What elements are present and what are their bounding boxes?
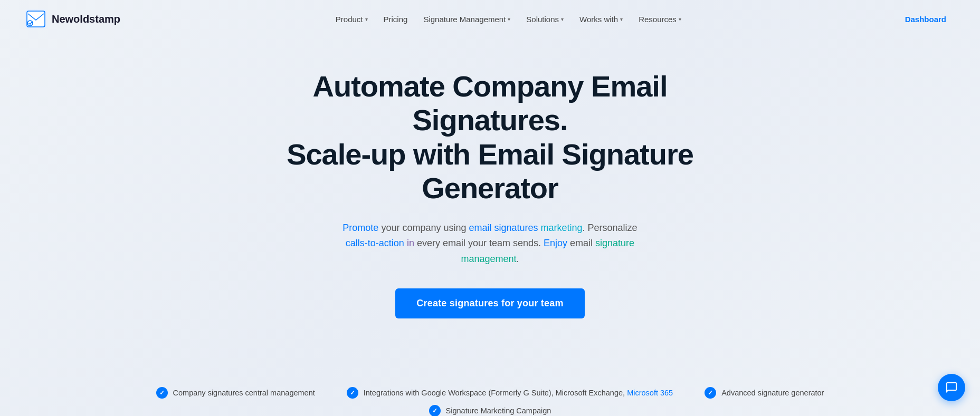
nav-product[interactable]: Product ▾ [329,11,374,28]
svg-rect-1 [27,11,45,27]
check-icon-2 [347,387,358,399]
dashboard-link[interactable]: Dashboard [897,11,955,28]
cta-button[interactable]: Create signatures for your team [395,288,584,318]
feature-central-management: Company signatures central management [156,387,315,399]
logo-link[interactable]: Newoldstamp [25,9,120,28]
feature-integrations: Integrations with Google Workspace (Form… [347,387,673,399]
chat-button[interactable] [938,374,965,401]
nav-resources[interactable]: Resources ▾ [632,11,688,28]
nav-works-with[interactable]: Works with ▾ [573,11,629,28]
chat-icon [945,381,958,394]
features-bar: Company signatures central management In… [0,387,980,416]
logo-icon [25,9,46,28]
feature-marketing-campaign: Signature Marketing Campaign [429,405,551,416]
logo-text: Newoldstamp [52,13,120,25]
hero-title: Automate Company Email Signatures. Scale… [263,70,717,206]
hero-section: Automate Company Email Signatures. Scale… [0,38,980,340]
check-icon-4 [429,405,441,416]
microsoft365-link[interactable]: Microsoft 365 [627,389,673,397]
check-icon-1 [156,387,168,399]
main-nav: Newoldstamp Product ▾ Pricing Signature … [0,0,980,38]
nav-links: Product ▾ Pricing Signature Management ▾… [329,11,688,28]
feature-advanced-generator: Advanced signature generator [705,387,824,399]
features-row-2: Signature Marketing Campaign [429,405,551,416]
check-icon-3 [705,387,716,399]
nav-pricing[interactable]: Pricing [377,11,414,28]
features-row-1: Company signatures central management In… [156,387,824,399]
hero-subtitle: Promote your company using email signatu… [332,220,649,267]
nav-signature-management[interactable]: Signature Management ▾ [417,11,517,28]
nav-solutions[interactable]: Solutions ▾ [520,11,570,28]
